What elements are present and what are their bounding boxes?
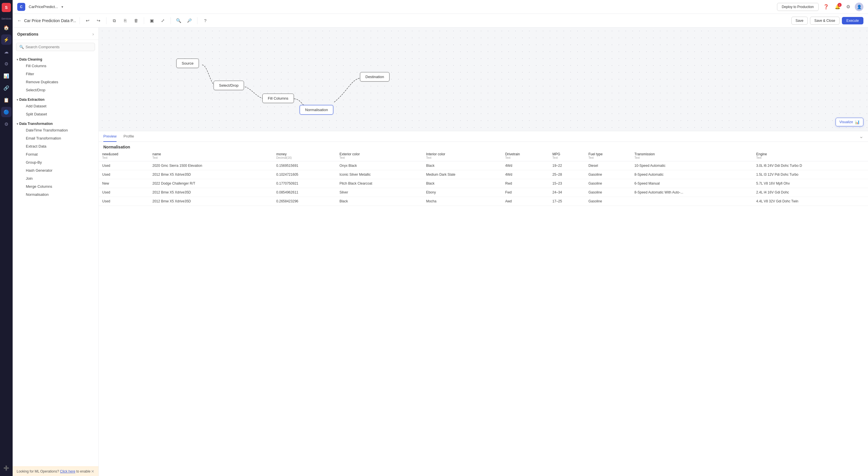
op-hash-generator[interactable]: Hash Generator	[18, 167, 93, 174]
visualize-button[interactable]: Visualize 📊	[836, 118, 863, 126]
preview-collapse-button[interactable]: ⌄	[859, 133, 863, 140]
project-logo: C	[17, 3, 25, 11]
sidebar-active[interactable]: 🔵	[1, 107, 11, 117]
save-button[interactable]: Save	[792, 17, 808, 25]
op-extract-data[interactable]: Extract Data	[18, 142, 93, 150]
node-normalisation[interactable]: Normalisation	[300, 105, 333, 115]
op-add-dataset[interactable]: Add Dataset	[18, 102, 93, 110]
sidebar-cloud[interactable]: ☁	[1, 47, 11, 57]
cell-3-2: 0.0854962611	[273, 188, 336, 197]
col-header-fuel-type: Fuel typeText	[585, 150, 631, 161]
zoom-out-button[interactable]: 🔍	[174, 17, 183, 25]
op-remove-duplicates[interactable]: Remove Duplicates	[18, 78, 93, 86]
op-email-transformation[interactable]: Email Transformation	[18, 135, 93, 142]
op-join[interactable]: Join	[18, 175, 93, 182]
cell-1-3: Iconic Silver Metallic	[336, 170, 423, 179]
cell-3-0: Used	[99, 188, 149, 197]
col-header-transmission: TransmissionText	[631, 150, 753, 161]
help-icon[interactable]: ❓	[822, 3, 830, 11]
node-select-drop[interactable]: Select/Drop	[214, 81, 244, 90]
sidebar-add[interactable]: ➕	[1, 463, 11, 473]
op-fill-columns[interactable]: Fill Columns	[18, 62, 93, 70]
help-toolbar-icon[interactable]: ?	[201, 17, 210, 25]
save-close-button[interactable]: Save & Close	[810, 17, 840, 25]
cell-2-9: 5.7L V8 16V Mpfi Ohv	[753, 179, 868, 188]
avatar[interactable]: 👤	[855, 3, 863, 11]
sidebar-pipeline[interactable]: ⚡	[1, 34, 11, 45]
sidebar-settings[interactable]: ⚙	[1, 59, 11, 69]
tab-preview[interactable]: Preview	[103, 131, 117, 142]
sidebar-globe[interactable]: ⚙	[1, 119, 11, 129]
table-row: New2022 Dodge Challenger R/T0.1770750921…	[99, 179, 868, 188]
op-select-drop[interactable]: Select/Drop	[18, 86, 93, 94]
cell-2-6: 15–23	[549, 179, 585, 188]
notification-text: Looking for ML Operations?	[17, 469, 59, 473]
undo-button[interactable]: ↩	[83, 17, 92, 25]
cell-0-6: 19–22	[549, 161, 585, 170]
delete-button[interactable]: 🗑	[132, 17, 141, 25]
app-logo[interactable]: S	[2, 3, 11, 12]
deploy-button[interactable]: Deploy to Production	[777, 3, 818, 11]
sidebar-connect[interactable]: 🔗	[1, 83, 11, 93]
op-format[interactable]: Format	[18, 150, 93, 158]
cell-1-5: 4Wd	[502, 170, 549, 179]
pipeline-canvas[interactable]: Source Select/Drop Fill Columns Normalis…	[99, 28, 868, 131]
op-split-dataset[interactable]: Split Dataset	[18, 110, 93, 118]
col-header-engine: EngineText	[753, 150, 868, 161]
col-header-exterior-color: Exterior colorText	[336, 150, 423, 161]
top-nav: C CarPricePredict... ▾ Deploy to Product…	[12, 0, 868, 14]
collapse-panel-button[interactable]: ›	[92, 32, 94, 37]
op-datetime-transformation[interactable]: DateTime Transformation	[18, 126, 93, 134]
category-header-data-cleaning[interactable]: ▾ Data Cleaning	[17, 57, 94, 61]
cell-1-4: Medium Dark Slate	[423, 170, 501, 179]
table-row: Used2020 Gmc Sierra 1500 Elevation0.1569…	[99, 161, 868, 170]
expand-button[interactable]: ⤢	[158, 17, 167, 25]
chevron-down-icon-2: ▾	[17, 98, 18, 101]
sidebar-home[interactable]: 🏠	[1, 22, 11, 33]
cell-4-3: Black	[336, 197, 423, 206]
execute-button[interactable]: Execute	[842, 17, 863, 24]
category-data-extraction: ▾ Data Extraction Add Dataset Split Data…	[12, 95, 98, 119]
project-name: CarPricePredict...	[29, 5, 58, 9]
category-header-data-transformation[interactable]: ▾ Data Transformation	[17, 122, 94, 126]
sidebar-reports[interactable]: 📋	[1, 95, 11, 105]
redo-button[interactable]: ↪	[94, 17, 103, 25]
cell-3-8: 8-Speed Automatic With Auto-...	[631, 188, 753, 197]
col-header-interior-color: Interior colorText	[423, 150, 501, 161]
icon-bar: S Services 🏠 ⚡ ☁ ⚙ 📊 🔗 📋 🔵 ⚙ ➕	[0, 0, 12, 476]
project-dropdown-icon[interactable]: ▾	[61, 5, 63, 9]
search-input[interactable]	[26, 45, 92, 49]
node-fill-columns[interactable]: Fill Columns	[262, 94, 294, 103]
zoom-in-button[interactable]: 🔎	[185, 17, 194, 25]
op-filter[interactable]: Filter	[18, 70, 93, 78]
copy-button[interactable]: ⧉	[110, 17, 119, 25]
tab-profile[interactable]: Profile	[123, 131, 134, 142]
paste-button[interactable]: ⎘	[121, 17, 129, 25]
category-header-data-extraction[interactable]: ▾ Data Extraction	[17, 98, 94, 101]
settings-icon[interactable]: ⚙	[845, 3, 851, 11]
cell-2-5: Rwd	[502, 179, 549, 188]
cell-2-1: 2022 Dodge Challenger R/T	[149, 179, 273, 188]
cell-0-8: 10-Speed Automatic	[631, 161, 753, 170]
notification-link[interactable]: Click here	[60, 469, 75, 473]
pipeline-header: ← Car Price Prediction Data P... ↩ ↪ ⧉ ⎘…	[12, 14, 868, 28]
cell-4-7: Gasoline	[585, 197, 631, 206]
back-button[interactable]: ←	[17, 18, 22, 23]
col-header-money: moneyDecimal(16)	[273, 150, 336, 161]
cell-1-8: 8-Speed Automatic	[631, 170, 753, 179]
cell-3-1: 2012 Bmw X5 Xdrive35D	[149, 188, 273, 197]
node-source[interactable]: Source	[176, 59, 199, 68]
chevron-down-icon: ▾	[17, 58, 18, 61]
op-merge-columns[interactable]: Merge Columns	[18, 183, 93, 190]
sidebar-analytics[interactable]: 📊	[1, 71, 11, 81]
notification-close-button[interactable]: ✕	[91, 469, 94, 474]
table-row: Used2012 Bmw X5 Xdrive35D0.0854962611Sil…	[99, 188, 868, 197]
preview-table-wrapper[interactable]: new&usedText nameText moneyDecimal(16) E…	[99, 150, 868, 476]
cell-3-9: 2.4L I4 16V Gdi Dohc	[753, 188, 868, 197]
cell-2-7: Gasoline	[585, 179, 631, 188]
node-destination[interactable]: Destination	[360, 72, 390, 82]
monitor-button[interactable]: ▣	[148, 17, 156, 25]
notification-icon[interactable]: 🔔 1	[834, 3, 842, 11]
op-group-by[interactable]: Group-By	[18, 158, 93, 166]
op-normalisation[interactable]: Normalisation	[18, 190, 93, 198]
